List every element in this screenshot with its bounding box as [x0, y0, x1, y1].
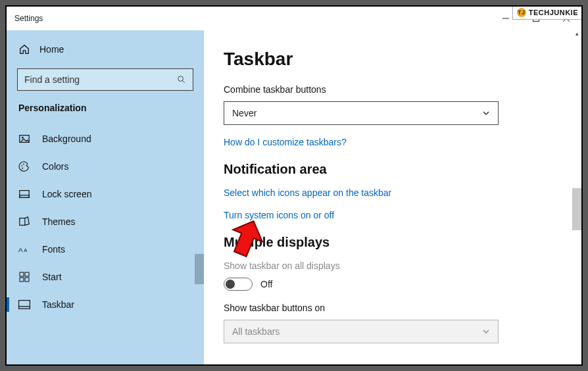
window-title: Settings: [14, 14, 491, 23]
sidebar-item-label: Lock screen: [42, 189, 91, 199]
search-input-wrap[interactable]: [17, 68, 193, 91]
watermark-badge: TJ TECHJUNKIE: [512, 5, 583, 20]
sidebar-item-label: Colors: [42, 161, 68, 172]
watermark-text: TECHJUNKIE: [529, 9, 578, 16]
combine-label: Combine taskbar buttons: [224, 84, 555, 95]
search-icon: [177, 75, 186, 84]
svg-text:A: A: [18, 246, 23, 253]
toggle-knob: [226, 280, 235, 289]
show-all-toggle[interactable]: [224, 278, 253, 291]
svg-rect-20: [19, 301, 30, 309]
sidebar-item-label: Fonts: [42, 244, 65, 255]
svg-rect-19: [25, 278, 29, 282]
sidebar-item-label: Background: [42, 134, 91, 144]
fonts-icon: AA: [18, 243, 30, 255]
chevron-down-icon: [482, 328, 490, 335]
home-label: Home: [39, 44, 64, 55]
lockscreen-icon: [18, 188, 30, 200]
customize-taskbars-link[interactable]: How do I customize taskbars?: [224, 137, 555, 147]
taskbar-icon: [18, 299, 30, 310]
svg-rect-17: [25, 272, 29, 276]
show-buttons-value: All taskbars: [232, 326, 280, 337]
scrollbar-thumb[interactable]: [572, 188, 581, 230]
system-icons-link[interactable]: Turn system icons on or off: [224, 210, 555, 220]
sidebar-item-start[interactable]: Start: [7, 263, 204, 291]
sidebar-item-fonts[interactable]: AA Fonts: [7, 235, 204, 263]
show-all-label: Show taskbar on all displays: [224, 260, 555, 271]
svg-point-4: [178, 76, 184, 82]
sidebar-item-taskbar[interactable]: Taskbar: [7, 291, 204, 318]
sidebar: Home Personalization Background Colors: [7, 30, 204, 364]
sidebar-item-label: Start: [42, 272, 62, 282]
palette-icon: [18, 161, 30, 172]
notification-area-heading: Notification area: [224, 162, 555, 177]
sidebar-item-colors[interactable]: Colors: [7, 153, 204, 180]
start-icon: [18, 271, 30, 283]
svg-rect-16: [20, 272, 24, 276]
page-title: Taskbar: [224, 49, 555, 70]
themes-icon: [18, 216, 30, 228]
window-titlebar: Settings: [7, 7, 581, 30]
combine-select[interactable]: Never: [224, 101, 499, 125]
svg-line-5: [182, 80, 185, 83]
sidebar-scrollbar[interactable]: [195, 254, 204, 364]
chevron-down-icon: [482, 109, 490, 117]
sidebar-item-background[interactable]: Background: [7, 125, 204, 153]
sidebar-item-label: Taskbar: [42, 299, 74, 310]
sidebar-item-label: Themes: [42, 216, 76, 227]
content-scrollbar[interactable]: ▴: [572, 30, 581, 364]
home-link[interactable]: Home: [7, 37, 204, 64]
home-icon: [18, 43, 30, 55]
sidebar-item-lockscreen[interactable]: Lock screen: [7, 180, 204, 208]
minimize-icon: [502, 15, 509, 22]
svg-rect-18: [20, 278, 24, 282]
multiple-displays-heading: Multiple displays: [224, 235, 555, 250]
sidebar-item-themes[interactable]: Themes: [7, 208, 204, 235]
combine-value: Never: [232, 108, 257, 118]
show-all-state: Off: [260, 279, 272, 289]
svg-point-7: [22, 137, 24, 139]
svg-text:A: A: [24, 247, 27, 253]
svg-rect-11: [20, 191, 29, 198]
show-buttons-label: Show taskbar buttons on: [224, 303, 555, 313]
svg-rect-12: [20, 195, 29, 198]
svg-point-8: [22, 165, 23, 166]
scroll-up-icon[interactable]: ▴: [572, 30, 581, 39]
svg-point-10: [22, 168, 23, 169]
sidebar-category: Personalization: [7, 100, 204, 125]
select-icons-link[interactable]: Select which icons appear on the taskbar: [224, 187, 555, 198]
show-buttons-select[interactable]: All taskbars: [224, 320, 499, 343]
image-icon: [18, 133, 30, 145]
content-pane: Taskbar Combine taskbar buttons Never Ho…: [204, 30, 581, 364]
search-input[interactable]: [24, 74, 177, 85]
sidebar-nav: Background Colors Lock screen Themes AA …: [7, 125, 204, 364]
watermark-icon: TJ: [517, 8, 526, 17]
svg-rect-13: [20, 218, 25, 226]
svg-point-9: [23, 164, 24, 165]
scrollbar-thumb[interactable]: [195, 254, 204, 284]
